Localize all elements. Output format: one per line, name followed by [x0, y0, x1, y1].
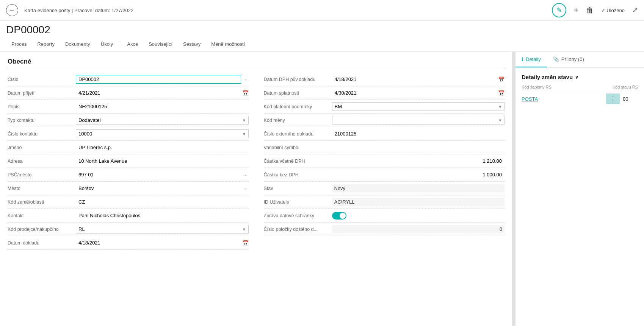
input-kontakt[interactable] — [76, 211, 249, 220]
tab-souvisejici[interactable]: Související — [143, 37, 178, 51]
field-kod-prodejce: Kód prodejce/nákupčího RL ▼ — [8, 223, 249, 236]
value-variabilni-symbol — [332, 143, 505, 152]
select-kod-prodejce[interactable]: RL — [76, 225, 249, 234]
input-popis[interactable] — [76, 102, 249, 111]
label-zprava-ds: Zpráva datové schránky — [264, 213, 332, 218]
cal-icon-datum-dokladu[interactable]: 📅 — [242, 240, 249, 246]
label-mesto: Město — [8, 186, 76, 191]
value-datum-splatnosti: 📅 — [332, 89, 505, 97]
input-datum-dokladu[interactable] — [76, 238, 241, 247]
scroll-divider[interactable] — [512, 52, 515, 326]
sidebar-row-dots-button[interactable]: ⋮ — [606, 93, 620, 104]
left-column: Číslo ··· Datum přijetí 📅 Pop — [8, 73, 249, 250]
header: ← Karta evidence pošty | Pracovní datum:… — [0, 0, 644, 21]
label-popis: Popis — [8, 104, 76, 109]
right-column: Datum DPH pův.dokladu 📅 Datum splatnosti… — [264, 73, 505, 250]
value-stav — [332, 184, 505, 192]
field-typ-kontaktu: Typ kontaktu Dodavatel ▼ — [8, 114, 249, 127]
label-platebni-podminky: Kód platební podmínky — [264, 104, 332, 109]
select-wrap-platebni: BM ▼ — [332, 102, 505, 111]
label-stav: Stav — [264, 186, 332, 191]
label-datum-dokladu: Datum dokladu — [8, 240, 76, 246]
label-cislo-polozky: Číslo položky došlého d... — [264, 227, 332, 232]
tab-mene[interactable]: Méně možností — [206, 37, 250, 51]
input-psc[interactable] — [76, 170, 241, 179]
select-wrap-meny: ▼ — [332, 116, 505, 125]
input-variabilni-symbol[interactable] — [332, 143, 505, 152]
back-button[interactable]: ← — [6, 4, 18, 16]
label-kod-zeme: Kód země/oblasti — [8, 199, 76, 205]
input-stav — [332, 184, 505, 192]
doc-title-bar: DP00002 — [0, 21, 644, 37]
input-datum-prijeti[interactable] — [76, 89, 241, 97]
sidebar-tab-prilohy[interactable]: 📎 Přílohy (0) — [547, 52, 590, 67]
header-title: Karta evidence pošty | Pracovní datum: 1… — [24, 8, 546, 13]
input-castka-dph[interactable] — [332, 157, 505, 165]
label-adresa: Adresa — [8, 159, 76, 164]
label-kontakt: Kontakt — [8, 213, 76, 218]
label-datum-dph: Datum DPH pův.dokladu — [264, 77, 332, 82]
field-platebni-podminky: Kód platební podmínky BM ▼ — [264, 100, 505, 114]
input-datum-splatnosti[interactable] — [332, 89, 497, 97]
field-popis: Popis — [8, 100, 249, 114]
select-typ-kontaktu[interactable]: Dodavatel — [76, 116, 249, 125]
input-datum-dph[interactable] — [332, 75, 497, 84]
label-castka-bez-dph: Částka bez DPH — [264, 172, 332, 178]
add-button[interactable]: + — [574, 6, 578, 15]
tab-ukoly[interactable]: Úkoly — [96, 37, 119, 51]
toggle-knob — [340, 213, 346, 219]
sidebar-section-text: Detaily změn stavu — [522, 74, 573, 80]
input-cislo-polozky — [332, 225, 505, 233]
input-externi-doklad[interactable] — [332, 129, 505, 138]
sidebar-table-header: Kód šablony ŘS Kód stavu ŘS — [522, 85, 638, 91]
field-stav: Stav — [264, 182, 505, 195]
label-variabilni-symbol: Variabilní symbol — [264, 145, 332, 150]
label-jmeno: Jméno — [8, 145, 76, 150]
cal-icon-dph[interactable]: 📅 — [498, 76, 505, 83]
sidebar-row-0: POSTA ⋮ 00 — [522, 93, 638, 104]
field-datum-dokladu: Datum dokladu 📅 — [8, 236, 249, 250]
sidebar-link-posta[interactable]: POSTA — [522, 96, 606, 102]
input-cislo[interactable] — [76, 75, 241, 84]
input-jmeno[interactable] — [76, 143, 249, 152]
form-grid: Číslo ··· Datum přijetí 📅 Pop — [8, 73, 505, 250]
input-kod-zeme[interactable] — [76, 198, 249, 206]
toggle-zprava[interactable] — [332, 212, 346, 220]
paperclip-icon: 📎 — [553, 56, 559, 62]
tab-sestavy[interactable]: Sestavy — [178, 37, 206, 51]
cal-icon-splatnosti[interactable]: 📅 — [498, 90, 505, 96]
dots-psc[interactable]: ··· — [243, 172, 249, 178]
chevron-down-icon-6[interactable]: ∨ — [575, 75, 578, 80]
tab-reporty[interactable]: Reporty — [32, 37, 60, 51]
select-cislo-kontaktu[interactable]: 10000 — [76, 129, 249, 138]
value-typ-kontaktu: Dodavatel ▼ — [76, 116, 249, 125]
dots-cislo[interactable]: ··· — [243, 76, 249, 83]
col-header-sablony: Kód šablony ŘS — [522, 85, 552, 89]
sidebar-tab-detaily[interactable]: ℹ Detaily — [516, 52, 547, 67]
label-typ-kontaktu: Typ kontaktu — [8, 118, 76, 123]
edit-button[interactable]: ✎ — [552, 3, 566, 17]
sidebar-section-title: Detaily změn stavu ∨ — [522, 74, 638, 80]
value-cislo-kontaktu: 10000 ▼ — [76, 129, 249, 138]
delete-button[interactable]: 🗑 — [586, 6, 594, 15]
select-platebni[interactable]: BM — [332, 102, 505, 111]
expand-button[interactable]: ⤢ — [632, 6, 638, 14]
input-castka-bez-dph[interactable] — [332, 170, 505, 179]
tab-dokumenty[interactable]: Dokumenty — [60, 37, 96, 51]
value-mesto: ··· — [76, 184, 249, 193]
saved-label: ✓ Uloženo — [601, 8, 625, 13]
value-datum-dph: 📅 — [332, 75, 505, 84]
input-id-uzivatele — [332, 198, 505, 206]
input-mesto[interactable] — [76, 184, 241, 193]
field-cislo-kontaktu: Číslo kontaktu 10000 ▼ — [8, 127, 249, 141]
doc-title: DP00002 — [6, 24, 638, 36]
cal-icon-datum-prijeti[interactable]: 📅 — [242, 90, 249, 96]
tab-akce[interactable]: Akce — [122, 37, 143, 51]
dots-mesto[interactable]: ··· — [243, 185, 249, 192]
label-kod-prodejce: Kód prodejce/nákupčího — [8, 227, 76, 232]
main-layout: Obecné Číslo ··· Datum přijetí — [0, 52, 644, 326]
input-adresa[interactable] — [76, 157, 249, 165]
tab-proces[interactable]: Proces — [6, 37, 32, 51]
value-adresa — [76, 157, 249, 165]
select-kod-meny[interactable] — [332, 116, 505, 125]
